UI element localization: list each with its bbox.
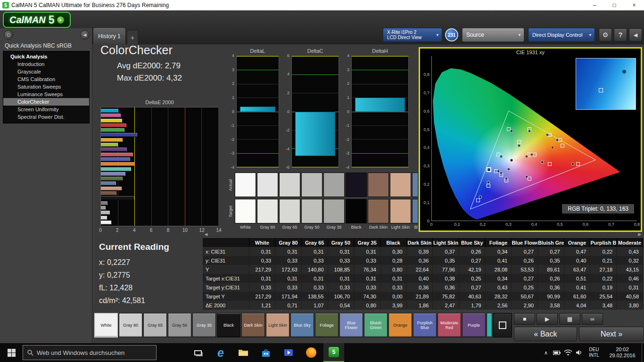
close-button[interactable]: × bbox=[624, 0, 644, 10]
folder-icon bbox=[238, 349, 248, 356]
back-button[interactable]: « Back bbox=[514, 327, 577, 341]
table-col-white: White bbox=[249, 238, 275, 247]
swatch-label: Blue Sky bbox=[412, 225, 418, 230]
patch-button-blue-flower[interactable]: Blue Flower bbox=[339, 313, 363, 337]
minimize-button[interactable]: – bbox=[585, 0, 604, 10]
tree-root-quick-analysis[interactable]: Quick Analysis bbox=[3, 53, 89, 60]
patch-button-light-skin[interactable]: Light Skin bbox=[266, 313, 289, 337]
battery-button[interactable] bbox=[551, 343, 562, 362]
help-button[interactable]: ? bbox=[614, 28, 627, 41]
rgb-triplet-readout: RGB Triplet: 0, 133, 163 bbox=[562, 204, 634, 214]
continuous-measure-button[interactable]: ∞ bbox=[582, 313, 603, 325]
patch-label: Orange bbox=[393, 323, 408, 328]
patch-button-moderate-red[interactable]: Moderate Red bbox=[438, 313, 461, 337]
table-cell: 0,34 bbox=[485, 247, 512, 256]
table-cell: 0,31 bbox=[617, 283, 643, 292]
table-cell: 63,47 bbox=[564, 265, 590, 274]
calman-taskbar-button[interactable]: 5 bbox=[323, 343, 344, 362]
tolerance-line bbox=[237, 153, 279, 154]
workflow-tree: Quick AnalysisIntroductionGrayscaleCMS C… bbox=[3, 51, 90, 123]
patch-button-gray-35[interactable]: Gray 35 bbox=[192, 313, 216, 337]
target-swatch-row bbox=[235, 199, 418, 223]
sidebar-item-colorchecker[interactable]: ColorChecker bbox=[3, 98, 89, 106]
patch-button-white[interactable]: White bbox=[94, 313, 118, 337]
patch-button-foliage[interactable]: Foliage bbox=[315, 313, 339, 337]
cie-measured-point bbox=[545, 133, 549, 136]
sidebar-item-grayscale[interactable]: Grayscale bbox=[3, 68, 89, 75]
settings-gear-button[interactable]: ⚙ bbox=[599, 28, 612, 41]
collapse-sidebar-button[interactable]: ◀ bbox=[80, 30, 90, 40]
gridline bbox=[237, 98, 279, 98]
patch-button-dark-skin[interactable]: Dark Skin bbox=[241, 313, 265, 337]
table-cell: 0,33 bbox=[275, 283, 302, 292]
patch-button-purple[interactable]: Purple bbox=[462, 313, 486, 337]
sidebar-item-luminance-sweeps[interactable]: Luminance Sweeps bbox=[3, 90, 89, 98]
stop-button[interactable]: ■ bbox=[514, 313, 535, 325]
display-control-dropdown[interactable]: Direct Display Control ▼ bbox=[528, 28, 595, 42]
logo-text: CalMAN bbox=[9, 15, 46, 25]
sidebar-item-screen-uniformity[interactable]: Screen Uniformity bbox=[3, 106, 89, 113]
source-dropdown[interactable]: Source ▼ bbox=[462, 28, 524, 42]
table-col-black: Black bbox=[380, 238, 406, 247]
delta-bar bbox=[355, 98, 405, 111]
sidebar-item-spectral-power-dist[interactable]: Spectral Power Dist. bbox=[3, 113, 89, 121]
table-cell: 0,36 bbox=[538, 283, 564, 292]
sidebar-item-cms-calibration[interactable]: CMS Calibration bbox=[3, 75, 89, 83]
clock-button[interactable]: 20:02 29.02.2016 bbox=[603, 343, 642, 362]
patch-button-blue-sky[interactable]: Blue Sky bbox=[290, 313, 314, 337]
deltae-bar-gray-50 bbox=[101, 206, 106, 210]
add-tab-button[interactable]: + bbox=[127, 30, 138, 44]
patch-button-purplish-blue[interactable]: Purplish Blue bbox=[413, 313, 437, 337]
deltah-chart: DeltaH 43210-1-2-3-4 bbox=[342, 47, 409, 175]
gridline bbox=[352, 84, 408, 84]
show-hidden-icons-button[interactable]: ∧ bbox=[541, 343, 551, 362]
show-desktop-button[interactable] bbox=[642, 343, 644, 362]
file-explorer-button[interactable] bbox=[233, 343, 254, 362]
task-view-button[interactable] bbox=[188, 343, 208, 362]
pattern-button[interactable]: ▦ bbox=[559, 313, 580, 325]
patch-button-gray-50[interactable]: Gray 50 bbox=[168, 313, 191, 337]
table-scroll-left-button[interactable]: ◀ bbox=[203, 231, 209, 237]
taskbar-search[interactable] bbox=[23, 345, 157, 360]
store-button[interactable] bbox=[256, 343, 276, 362]
row-label: ΔE 2000 bbox=[203, 301, 249, 310]
movies-tv-button[interactable] bbox=[278, 343, 299, 362]
sidebar-item-saturation-sweeps[interactable]: Saturation Sweeps bbox=[3, 83, 89, 90]
table-row: Target Y217,29171,94138,55106,7074,300,0… bbox=[203, 292, 643, 301]
patch-button-gray-80[interactable]: Gray 80 bbox=[119, 313, 142, 337]
maximize-button[interactable]: □ bbox=[604, 0, 624, 10]
volume-button[interactable] bbox=[574, 343, 585, 362]
actual-swatch-row bbox=[235, 173, 418, 197]
axis-tick-label: -3 bbox=[231, 151, 234, 156]
patch-button-gray-65[interactable]: Gray 65 bbox=[143, 313, 167, 337]
table-row: ΔE 20001,210,711,070,540,803,991,862,471… bbox=[203, 301, 643, 310]
network-button[interactable] bbox=[562, 343, 574, 362]
patch-button-bluish-green[interactable]: Bluish Green bbox=[364, 313, 388, 337]
next-button[interactable]: Next » bbox=[579, 327, 644, 341]
edge-button[interactable]: e bbox=[210, 343, 231, 362]
firefox-button[interactable] bbox=[301, 343, 322, 362]
logo-orb-icon: ▸ bbox=[57, 16, 64, 24]
start-button[interactable] bbox=[0, 343, 23, 362]
sidebar-indicator-button[interactable] bbox=[4, 30, 13, 40]
pattern-window-button[interactable] bbox=[493, 313, 512, 337]
table-cell: 0,33 bbox=[328, 283, 354, 292]
search-input[interactable] bbox=[37, 349, 145, 356]
patch-button-black[interactable]: Black bbox=[217, 313, 240, 337]
play-button[interactable]: ▶ bbox=[537, 313, 558, 325]
deltae-bar-blue bbox=[101, 133, 137, 137]
deltae-x-axis: 02468101214 bbox=[100, 228, 219, 233]
table-scroll-right-button[interactable]: ▶ bbox=[636, 231, 643, 237]
row-label: y: CIE31 bbox=[203, 256, 249, 265]
keyboard-language-button[interactable]: DEU INTL bbox=[585, 343, 603, 362]
deltae-bars bbox=[101, 107, 218, 226]
display-control-label: Direct Display Control bbox=[532, 32, 582, 38]
sidebar-item-introduction[interactable]: Introduction bbox=[3, 60, 89, 68]
patch-button-orange[interactable]: Orange bbox=[388, 313, 412, 337]
patch-label: Black bbox=[223, 323, 234, 328]
patch-button-partial[interactable] bbox=[487, 313, 492, 337]
tab-history-1[interactable]: History 1 bbox=[93, 27, 126, 44]
collapse-right-panel-button[interactable]: ◀ bbox=[629, 28, 642, 41]
meter-dropdown[interactable]: X-Rite i1Pro 2 LCD Direct View ▼ bbox=[383, 28, 442, 42]
table-cell: 0,32 bbox=[617, 256, 643, 265]
